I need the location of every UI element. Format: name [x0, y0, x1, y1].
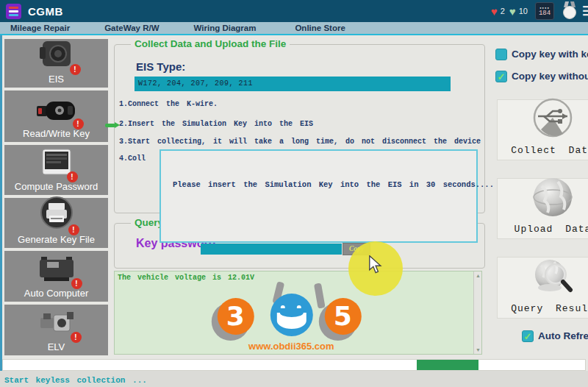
menu-mileage-repair[interactable]: Mileage Repair [10, 24, 70, 32]
steering-lock-icon: ! [37, 310, 76, 340]
watermark-smiley-icon [270, 294, 312, 336]
watermark-digit-5: 5 [324, 298, 361, 335]
step-2: 2.Insert the Simulation Key into the EIS [119, 120, 313, 128]
alert-badge: ! [71, 278, 82, 289]
sidebar-item-auto-computer[interactable]: ! Auto Computer [4, 251, 108, 302]
step-4: 4.Coll [119, 155, 146, 163]
sidebar-item-read-write-key[interactable]: ! Read/Write Key [4, 90, 108, 142]
scroll-up-icon[interactable]: ▲ [474, 271, 482, 280]
usb-icon [531, 97, 575, 143]
menu-gateway-rw[interactable]: GateWay R/W [104, 24, 159, 32]
alert-badge: ! [68, 224, 79, 235]
auto-refresh-label: Auto Refresh [538, 330, 588, 341]
menu-wiring-diagram[interactable]: Wiring Diagram [194, 24, 257, 32]
alert-badge: ! [67, 171, 78, 182]
red-gem-count: 2 [501, 7, 505, 15]
app-icon [6, 4, 21, 19]
alert-badge: ! [70, 64, 81, 75]
prompt-dialog: Please insert the Simulation Key into th… [159, 149, 478, 243]
smiley-mouth [276, 313, 306, 329]
copy-key-with-key-checkbox[interactable] [495, 49, 507, 60]
alert-badge: ! [73, 118, 84, 129]
collect-data-button[interactable]: Collect Data [497, 99, 588, 160]
app-window: CGMB ♥ 2 ♥ 10 ●●●● 184 ☰ Mileage Repair … [0, 0, 588, 387]
eis-type-select[interactable]: W172, 204, 207, 209, 211 [135, 77, 451, 91]
computer-icon: ! [41, 149, 72, 180]
globe-icon [531, 176, 574, 221]
ecu-icon: ! [37, 255, 76, 286]
auto-refresh-checkbox[interactable]: ✓ [522, 330, 534, 342]
car-key-icon: ! [35, 97, 78, 127]
progress-bar [2, 359, 586, 371]
watermark-decor [313, 283, 325, 308]
query-result-label: Query Result [511, 303, 588, 314]
sidebar-item-elv[interactable]: ! ELV [4, 305, 108, 355]
green-gem-count: 10 [519, 7, 528, 15]
collect-data-label: Collect Data [511, 145, 588, 156]
globe-search-icon [531, 255, 575, 301]
upload-data-label: Upload Data [514, 224, 588, 235]
sidebar-item-label: EIS [49, 74, 64, 85]
upload-data-button[interactable]: Upload Data [497, 178, 588, 239]
step-3: 3.Start collecting, it will take a long … [119, 138, 481, 146]
titlebar-right: ♥ 2 ♥ 10 ●●●● 184 ☰ [491, 0, 588, 22]
scroll-down-icon[interactable]: ▼ [474, 346, 482, 354]
window-left-edge [0, 35, 2, 387]
log-output: The vehicle voltage is 12.01V 3 5 www.ob… [114, 271, 482, 355]
obdii365-watermark: 3 5 www.obdii365.com [207, 282, 376, 352]
eis-icon: ! [38, 40, 75, 72]
status-text: Start keyless collection ... [4, 376, 147, 385]
red-gem-icon: ♥ [491, 6, 498, 17]
copy-key-with-key-label: Copy key with key [512, 49, 588, 60]
query-result-button[interactable]: Query Result [497, 257, 588, 319]
divider [0, 34, 588, 35]
sidebar-item-label: ELV [48, 341, 65, 352]
watermark-url: www.obdii365.com [248, 341, 334, 352]
green-gem-icon: ♥ [509, 6, 516, 17]
printer-icon: ! [40, 196, 74, 232]
sidebar-item-label: Auto Computer [24, 288, 88, 299]
mouse-cursor [368, 255, 384, 277]
log-scrollbar[interactable]: ▲ ▼ [473, 271, 481, 354]
menu-icon[interactable]: ☰ [582, 4, 588, 19]
menubar: Mileage Repair GateWay R/W Wiring Diagra… [0, 22, 588, 34]
key-password-field[interactable] [201, 244, 342, 255]
alert-badge: ! [71, 332, 82, 343]
points-counter-icon: ●●●● 184 [535, 2, 554, 20]
sidebar-item-eis[interactable]: ! EIS [4, 39, 108, 88]
app-title: CGMB [28, 5, 63, 18]
prompt-message: Please insert the Simulation Key into th… [173, 180, 494, 189]
eis-type-label: EIS Type: [136, 60, 185, 73]
titlebar: CGMB ♥ 2 ♥ 10 ●●●● 184 ☰ [0, 0, 588, 22]
group-title: Collect Data and Upload the File [131, 38, 290, 49]
sidebar-item-label: Read/Write Key [23, 128, 90, 139]
menu-online-store[interactable]: Online Store [295, 24, 345, 32]
sidebar-item-label: Generate Key File [18, 234, 95, 245]
step-1: 1.Connect the K-wire. [119, 100, 218, 108]
log-line: The vehicle voltage is 12.01V [118, 274, 254, 282]
copy-key-without-key-label: Copy key without key [512, 71, 588, 82]
sidebar-item-compute-password[interactable]: ! Compute Password [4, 145, 108, 195]
sidebar-item-label: Compute Password [15, 181, 98, 192]
sidebar-item-generate-key-file[interactable]: ! Generate Key File [4, 198, 108, 248]
copy-key-without-key-checkbox[interactable]: ✓ [495, 71, 507, 82]
medal-icon [562, 1, 578, 21]
watermark-digit-3: 3 [217, 298, 254, 335]
statusbar: Start keyless collection ... [0, 371, 588, 387]
progress-fill [417, 360, 478, 370]
counter-value: 184 [539, 10, 551, 17]
